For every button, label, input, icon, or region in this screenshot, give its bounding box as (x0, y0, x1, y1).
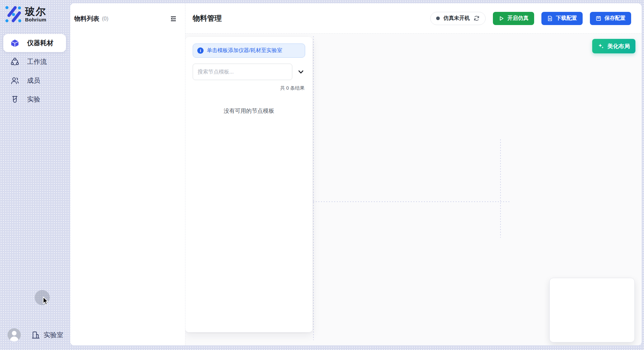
header-actions: 仿真未开机 开启仿真 (430, 12, 631, 25)
node-template-panel: i 单击模板添加仪器/耗材至实验室 共 0 条结果 没有可用的节点模板 (185, 37, 312, 332)
results-count: 共 0 条结果 (193, 85, 305, 91)
experiment-icon (11, 95, 19, 104)
cube-icon (11, 39, 19, 47)
workflow-icon (11, 58, 19, 66)
hint-banner-text: 单击模板添加仪器/耗材至实验室 (207, 47, 282, 54)
main-container: 物料列表 (0) 物料管理 仿真未开机 (70, 3, 642, 345)
sidebar-item-members[interactable]: 成员 (3, 72, 66, 90)
user-avatar[interactable] (8, 328, 21, 341)
sidebar-item-label: 工作流 (27, 57, 47, 66)
sidebar-item-experiment[interactable]: 实验 (3, 90, 66, 108)
beautify-layout-label: 美化布局 (607, 43, 630, 50)
brand-subtitle: Bohrium (25, 17, 46, 22)
materials-list-panel: 物料列表 (0) (70, 3, 185, 345)
minimap-panel[interactable] (549, 278, 635, 342)
download-config-label: 下载配置 (556, 15, 577, 22)
sparkles-icon (598, 43, 604, 49)
collapse-panel-button[interactable] (169, 15, 177, 23)
simulation-status-label: 仿真未开机 (443, 15, 470, 22)
template-search-row (193, 64, 305, 80)
logo-icon (5, 5, 21, 23)
materials-list-count: (0) (102, 16, 109, 22)
play-icon (499, 15, 504, 21)
sidebar-item-label: 仪器耗材 (27, 39, 53, 47)
workspace-label[interactable]: 实验室 (44, 331, 63, 339)
sidebar-menu: 仪器耗材 工作流 成员 (3, 34, 66, 109)
page-title: 物料管理 (193, 14, 222, 23)
status-dot-icon (436, 16, 440, 20)
start-simulation-button[interactable]: 开启仿真 (493, 12, 534, 25)
canvas-guide-horizontal (313, 201, 510, 202)
main-column: 物料管理 仿真未开机 开启仿真 (185, 3, 642, 345)
brand-logo[interactable]: 玻尔 Bohrium (5, 5, 46, 23)
mouse-cursor (42, 296, 50, 306)
empty-templates-text: 没有可用的节点模板 (193, 107, 305, 115)
template-search-input[interactable] (193, 64, 292, 80)
collapse-panel-icon (170, 15, 177, 22)
refresh-icon[interactable] (473, 15, 480, 21)
brand-name: 玻尔 (25, 6, 46, 17)
sidebar-item-instruments[interactable]: 仪器耗材 (3, 34, 66, 52)
save-config-label: 保存配置 (604, 15, 626, 22)
save-config-button[interactable]: 保存配置 (590, 12, 631, 25)
members-icon (11, 76, 19, 85)
materials-list-header: 物料列表 (0) (74, 15, 177, 23)
canvas-guide-vertical-right (500, 139, 501, 238)
app-root: { "brand": { "name": "玻尔", "subtitle": "… (0, 0, 644, 350)
building-icon (31, 331, 40, 339)
info-icon: i (197, 47, 204, 54)
lab-canvas[interactable]: i 单击模板添加仪器/耗材至实验室 共 0 条结果 没有可用的节点模板 (185, 34, 642, 345)
chevron-down-icon (298, 69, 304, 75)
sidebar-item-label: 实验 (27, 95, 40, 104)
simulation-status-pill[interactable]: 仿真未开机 (430, 12, 486, 25)
beautify-layout-button[interactable]: 美化布局 (592, 39, 635, 53)
page-header: 物料管理 仿真未开机 开启仿真 (185, 3, 642, 34)
brand-text: 玻尔 Bohrium (25, 6, 46, 22)
save-icon (596, 15, 601, 21)
file-download-icon (547, 15, 553, 21)
start-simulation-label: 开启仿真 (507, 15, 529, 22)
expand-filters-button[interactable] (297, 68, 305, 76)
materials-list-title: 物料列表 (74, 15, 99, 23)
canvas-guide-vertical-left (313, 36, 314, 340)
sidebar-item-label: 成员 (27, 76, 40, 85)
workspace-row: 实验室 (8, 328, 63, 341)
sidebar-item-workflow[interactable]: 工作流 (3, 53, 66, 71)
download-config-button[interactable]: 下载配置 (541, 12, 583, 25)
hint-banner: i 单击模板添加仪器/耗材至实验室 (193, 44, 305, 58)
